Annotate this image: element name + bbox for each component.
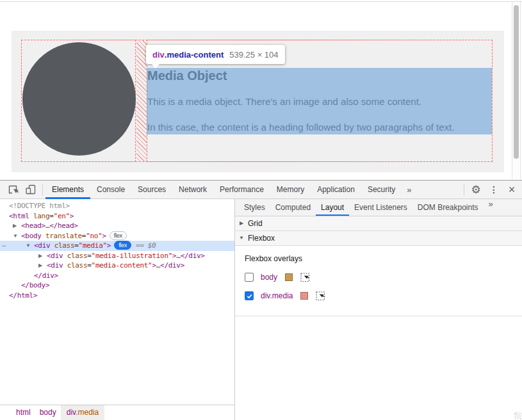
checkbox-div-media-overlay[interactable]	[245, 291, 254, 300]
tab-performance[interactable]: Performance	[213, 181, 270, 199]
kebab-menu-icon[interactable]: ⋮	[485, 181, 503, 198]
more-sidebar-tabs-icon[interactable]: »	[484, 199, 498, 216]
tooltip-pointer	[152, 64, 159, 69]
media-illustration-circle	[22, 42, 136, 156]
element-highlight-overlay	[147, 68, 492, 134]
overlay-element-label[interactable]: body	[261, 273, 277, 282]
tree-row-html[interactable]: <html lang="en">	[0, 211, 234, 222]
more-tabs-icon[interactable]: »	[402, 185, 416, 195]
overlay-element-label[interactable]: div.media	[261, 291, 293, 300]
resize-grip[interactable]	[514, 412, 521, 419]
flex-gap-hatch	[136, 40, 147, 161]
expand-arrow-icon[interactable]: ▶	[38, 251, 47, 261]
tree-row-body[interactable]: ▼<body translate="no">flex	[0, 231, 234, 241]
collapse-arrow-icon[interactable]: ▼	[13, 231, 21, 241]
tree-row-div-media-selected[interactable]: …▼<div class="media">flex==$0	[0, 241, 234, 251]
select-element-icon[interactable]	[300, 273, 310, 282]
overlay-row-body: body	[245, 272, 522, 282]
collapse-arrow-icon[interactable]: ▼	[26, 241, 34, 251]
tooltip-class-name: .media-content	[165, 50, 224, 60]
inspect-element-icon[interactable]	[4, 181, 22, 198]
tree-row-close-div[interactable]: </div>	[0, 271, 234, 281]
tab-dom-breakpoints[interactable]: DOM Breakpoints	[412, 199, 484, 216]
devtools-panel: Elements Console Sources Network Perform…	[0, 180, 522, 420]
overlay-color-swatch	[300, 292, 308, 300]
tab-elements[interactable]: Elements	[45, 181, 90, 199]
flexbox-overlays-title: Flexbox overlays	[245, 254, 522, 263]
device-toolbar-icon[interactable]	[22, 181, 40, 198]
flex-badge-active[interactable]: flex	[114, 241, 131, 250]
tree-row-doctype[interactable]: <!DOCTYPE html>	[0, 201, 234, 211]
tab-security[interactable]: Security	[361, 181, 402, 199]
crumb-body[interactable]: body	[35, 405, 61, 420]
devtools-toolbar: Elements Console Sources Network Perform…	[0, 181, 522, 199]
crumb-div-media[interactable]: div.media	[61, 405, 104, 420]
expand-arrow-icon[interactable]: ▶	[38, 261, 47, 271]
overlay-color-swatch	[285, 273, 293, 281]
elements-tree-panel: <!DOCTYPE html> <html lang="en"> ▶<head>…	[0, 199, 235, 420]
tab-computed[interactable]: Computed	[270, 199, 316, 216]
settings-gear-icon[interactable]: ⚙	[467, 181, 485, 198]
browser-top-border	[0, 1, 522, 2]
grid-section-header[interactable]: ▶ Grid	[235, 216, 522, 231]
flexbox-overlays-section: Flexbox overlays body	[235, 246, 522, 316]
expand-arrow-icon[interactable]: ▶	[13, 221, 21, 231]
toolbar-separator-right	[464, 184, 464, 195]
collapse-arrow-icon: ▼	[235, 231, 248, 245]
tab-styles[interactable]: Styles	[239, 199, 270, 216]
devtools-window: Media Object This is a media object. The…	[0, 0, 522, 420]
tab-sources[interactable]: Sources	[131, 181, 172, 199]
tab-application[interactable]: Application	[311, 181, 361, 199]
more-actions-dots-icon[interactable]: …	[2, 239, 6, 250]
tree-row-close-html[interactable]: </html>	[0, 291, 234, 301]
tab-event-listeners[interactable]: Event Listeners	[349, 199, 412, 216]
toolbar-separator	[42, 184, 43, 195]
tab-console[interactable]: Console	[90, 181, 131, 199]
inspect-tooltip: div.media-content 539.25 × 104	[146, 45, 285, 64]
tree-row-media-illustration[interactable]: ▶<div class="media-illustration">…</div>	[0, 251, 234, 261]
expand-arrow-icon: ▶	[235, 216, 248, 230]
overlay-row-div-media: div.media	[245, 291, 522, 301]
page-scrollbar-thumb[interactable]	[514, 5, 519, 159]
flexbox-section-header[interactable]: ▼ Flexbox	[235, 231, 522, 246]
tree-row-head[interactable]: ▶<head>…</head>	[0, 221, 234, 231]
tab-layout[interactable]: Layout	[316, 199, 349, 216]
close-devtools-icon[interactable]: ×	[503, 181, 521, 198]
browser-viewport: Media Object This is a media object. The…	[0, 0, 522, 180]
flex-badge[interactable]: flex	[110, 231, 127, 240]
select-element-icon[interactable]	[316, 291, 325, 301]
sidebar-tab-bar: Styles Computed Layout Event Listeners D…	[235, 199, 522, 216]
tree-row-media-content[interactable]: ▶<div class="media-content">…</div>	[0, 261, 234, 271]
tooltip-tag-name: div	[152, 50, 165, 60]
dollar-zero-reference: $0	[148, 241, 156, 250]
tab-network[interactable]: Network	[172, 181, 213, 199]
crumb-html[interactable]: html	[12, 405, 35, 420]
styles-sidebar: Styles Computed Layout Event Listeners D…	[235, 199, 522, 420]
page-scrollbar[interactable]	[512, 2, 521, 179]
tooltip-dimensions: 539.25 × 104	[229, 50, 278, 60]
tree-row-close-body[interactable]: </body>	[0, 280, 234, 291]
tab-memory[interactable]: Memory	[270, 181, 311, 199]
checkbox-body-overlay[interactable]	[245, 273, 254, 282]
breadcrumb: html body div.media	[0, 405, 234, 420]
